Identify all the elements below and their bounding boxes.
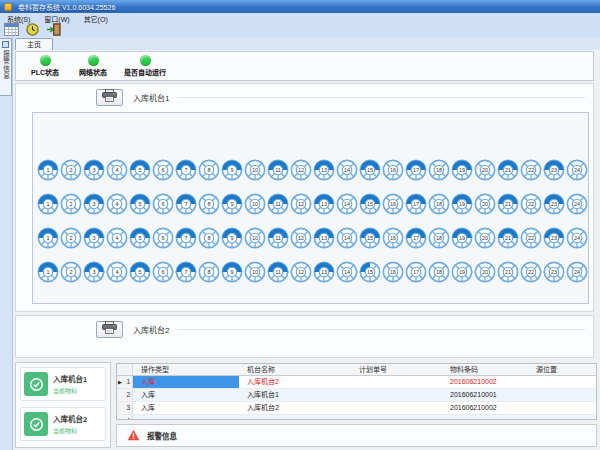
- slot-r4-4[interactable]: 4: [106, 261, 128, 283]
- slot-r1-20[interactable]: 20: [474, 159, 496, 181]
- slot-r3-17[interactable]: 17: [405, 227, 427, 249]
- slot-r1-24[interactable]: 24: [566, 159, 588, 181]
- slot-r4-13[interactable]: 13: [313, 261, 335, 283]
- slot-r4-23[interactable]: 23: [543, 261, 565, 283]
- slot-r1-5[interactable]: 5: [129, 159, 151, 181]
- slot-r3-3[interactable]: 3: [83, 227, 105, 249]
- slot-r3-15[interactable]: 15: [359, 227, 381, 249]
- slot-r1-17[interactable]: 17: [405, 159, 427, 181]
- table-cell[interactable]: 201606210002: [442, 402, 528, 414]
- table-cell[interactable]: [528, 402, 596, 414]
- slot-r2-12[interactable]: 12: [290, 193, 312, 215]
- slot-r4-19[interactable]: 19: [451, 261, 473, 283]
- slot-r3-10[interactable]: 10: [244, 227, 266, 249]
- slot-r4-21[interactable]: 21: [497, 261, 519, 283]
- slot-r3-12[interactable]: 12: [290, 227, 312, 249]
- table-cell[interactable]: 入库机台2: [239, 402, 351, 414]
- table-cell[interactable]: [528, 389, 596, 401]
- slot-r1-8[interactable]: 8: [198, 159, 220, 181]
- table-cell[interactable]: [528, 376, 596, 388]
- clock-button[interactable]: [23, 24, 42, 38]
- table-cell[interactable]: [133, 415, 239, 420]
- slot-r1-9[interactable]: 9: [221, 159, 243, 181]
- slot-r2-18[interactable]: 18: [428, 193, 450, 215]
- slot-r2-4[interactable]: 4: [106, 193, 128, 215]
- tab-home[interactable]: 主页: [15, 38, 53, 50]
- slot-r2-3[interactable]: 3: [83, 193, 105, 215]
- exit-button[interactable]: [44, 24, 63, 38]
- table-cell[interactable]: 201606210001: [442, 389, 528, 401]
- slot-r3-9[interactable]: 9: [221, 227, 243, 249]
- menu-item-0[interactable]: 系统(S): [0, 14, 37, 24]
- slot-r4-11[interactable]: 11: [267, 261, 289, 283]
- slot-r2-17[interactable]: 17: [405, 193, 427, 215]
- slot-r3-22[interactable]: 22: [520, 227, 542, 249]
- slot-r4-6[interactable]: 6: [152, 261, 174, 283]
- slot-r2-11[interactable]: 11: [267, 193, 289, 215]
- slot-r1-14[interactable]: 14: [336, 159, 358, 181]
- slot-r1-13[interactable]: 13: [313, 159, 335, 181]
- menu-item-2[interactable]: 其它(O): [77, 14, 115, 24]
- slot-r1-16[interactable]: 16: [382, 159, 404, 181]
- table-row-2[interactable]: 2入库入库机台1201606210001: [117, 389, 596, 402]
- slot-r4-15[interactable]: 15: [359, 261, 381, 283]
- slot-r3-6[interactable]: 6: [152, 227, 174, 249]
- slot-r4-2[interactable]: 2: [60, 261, 82, 283]
- slot-r3-19[interactable]: 19: [451, 227, 473, 249]
- slot-r1-12[interactable]: 12: [290, 159, 312, 181]
- slot-r3-18[interactable]: 18: [428, 227, 450, 249]
- slot-r3-5[interactable]: 5: [129, 227, 151, 249]
- slot-r2-14[interactable]: 14: [336, 193, 358, 215]
- slot-r3-21[interactable]: 21: [497, 227, 519, 249]
- side-panel-tab[interactable]: 报警信息: [0, 38, 12, 96]
- calendar-button[interactable]: [2, 24, 21, 38]
- slot-r3-8[interactable]: 8: [198, 227, 220, 249]
- slot-r2-9[interactable]: 9: [221, 193, 243, 215]
- slot-r1-4[interactable]: 4: [106, 159, 128, 181]
- slot-r4-8[interactable]: 8: [198, 261, 220, 283]
- slot-r4-3[interactable]: 3: [83, 261, 105, 283]
- slot-r4-24[interactable]: 24: [566, 261, 588, 283]
- slot-r4-20[interactable]: 20: [474, 261, 496, 283]
- slot-r2-7[interactable]: 7: [175, 193, 197, 215]
- slot-r4-5[interactable]: 5: [129, 261, 151, 283]
- slot-r2-2[interactable]: 2: [60, 193, 82, 215]
- column-header-1[interactable]: 机台名称: [239, 364, 351, 375]
- slot-r1-1[interactable]: 1: [37, 159, 59, 181]
- slot-r3-1[interactable]: 1: [37, 227, 59, 249]
- slot-r1-21[interactable]: 21: [497, 159, 519, 181]
- slot-r4-17[interactable]: 17: [405, 261, 427, 283]
- slot-r2-5[interactable]: 5: [129, 193, 151, 215]
- slot-r2-24[interactable]: 24: [566, 193, 588, 215]
- slot-r1-22[interactable]: 22: [520, 159, 542, 181]
- table-cell[interactable]: 入库: [133, 389, 239, 401]
- table-cell[interactable]: [239, 415, 351, 420]
- slot-r2-13[interactable]: 13: [313, 193, 335, 215]
- slot-r2-21[interactable]: 21: [497, 193, 519, 215]
- column-header-0[interactable]: 操作类型: [133, 364, 239, 375]
- menu-item-1[interactable]: 窗口(W): [37, 14, 76, 24]
- table-cell[interactable]: [351, 376, 442, 388]
- slot-r1-3[interactable]: 3: [83, 159, 105, 181]
- slot-r4-1[interactable]: 1: [37, 261, 59, 283]
- machine-card-1[interactable]: 入库机台1当前物料: [20, 367, 106, 401]
- slot-r4-16[interactable]: 16: [382, 261, 404, 283]
- slot-r2-10[interactable]: 10: [244, 193, 266, 215]
- table-cell[interactable]: 入库: [133, 376, 239, 388]
- table-cell[interactable]: 201606210002: [442, 376, 528, 388]
- print-button-machine1[interactable]: [96, 89, 123, 106]
- slot-r3-20[interactable]: 20: [474, 227, 496, 249]
- slot-r2-8[interactable]: 8: [198, 193, 220, 215]
- slot-r1-11[interactable]: 11: [267, 159, 289, 181]
- table-cell[interactable]: 入库机台1: [239, 389, 351, 401]
- table-row-3[interactable]: 3入库入库机台2201606210002: [117, 402, 596, 415]
- slot-r4-7[interactable]: 7: [175, 261, 197, 283]
- slot-r2-16[interactable]: 16: [382, 193, 404, 215]
- machine-card-2[interactable]: 入库机台2当前物料: [20, 407, 106, 441]
- table-cell[interactable]: [528, 415, 596, 420]
- slot-r2-20[interactable]: 20: [474, 193, 496, 215]
- slot-r4-18[interactable]: 18: [428, 261, 450, 283]
- slot-r4-12[interactable]: 12: [290, 261, 312, 283]
- slot-r3-23[interactable]: 23: [543, 227, 565, 249]
- slot-r4-22[interactable]: 22: [520, 261, 542, 283]
